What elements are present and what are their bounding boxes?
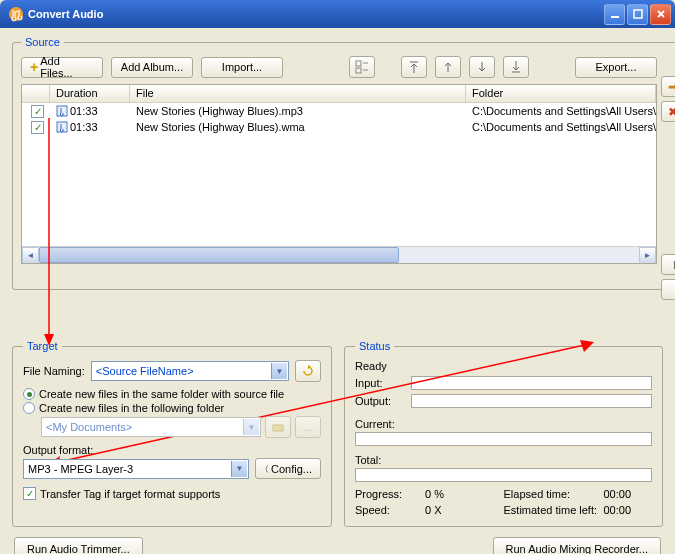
row-checkbox[interactable] [31, 105, 44, 118]
svg-rect-2 [634, 10, 642, 18]
move-top-button[interactable] [401, 56, 427, 78]
file-naming-label: File Naming: [23, 365, 85, 377]
svg-rect-4 [356, 68, 361, 73]
svg-rect-5 [57, 106, 67, 116]
run-audio-mixing-recorder-button[interactable]: Run Audio Mixing Recorder... [493, 537, 661, 554]
status-ready: Ready [355, 360, 652, 372]
open-folder-button[interactable]: ... [295, 416, 321, 438]
elapsed-label: Elapsed time: [504, 488, 604, 500]
following-folder-radio[interactable]: Create new files in the following folder [23, 402, 321, 414]
chevron-down-icon: ▼ [231, 461, 247, 477]
input-value-box [411, 376, 652, 390]
chevron-down-icon: ▼ [243, 419, 259, 435]
total-progress [355, 468, 652, 482]
row-checkbox[interactable] [31, 121, 44, 134]
scroll-right-button[interactable]: ► [639, 247, 656, 264]
source-toolbar: +Add Files... Add Album... Import... Exp… [21, 56, 657, 78]
svg-rect-13 [273, 425, 283, 431]
minimize-button[interactable] [604, 4, 625, 25]
current-label: Current: [355, 418, 395, 430]
estimated-label: Estimated time left: [504, 504, 604, 516]
move-up-button[interactable] [435, 56, 461, 78]
svg-rect-1 [611, 16, 619, 18]
speed-label: Speed: [355, 504, 425, 516]
start-arrow-icon: ➡ [668, 80, 675, 94]
add-files-button[interactable]: +Add Files... [21, 57, 103, 78]
config-button[interactable]: Config... [255, 458, 321, 479]
source-legend: Source [21, 36, 64, 48]
ellipsis-icon: ... [303, 421, 312, 433]
scroll-thumb[interactable] [39, 247, 399, 263]
folder-icon [272, 421, 284, 433]
check-all-button[interactable] [349, 56, 375, 78]
total-label: Total: [355, 454, 381, 466]
table-header: Duration File Folder [22, 85, 656, 103]
table-row[interactable]: 01:33 New Stories (Highway Blues).wma C:… [22, 119, 656, 135]
target-group: Target File Naming: <Source FileName>▼ C… [12, 340, 332, 527]
start-button[interactable]: ➡Start [661, 76, 675, 97]
output-label: Output: [355, 395, 407, 407]
add-album-button[interactable]: Add Album... [111, 57, 193, 78]
svg-point-14 [266, 465, 268, 473]
arrow-down-icon [477, 61, 487, 73]
radio-icon [23, 388, 35, 400]
close-cross-icon: ✖ [668, 105, 675, 119]
speed-value: 0 X [425, 504, 495, 516]
scroll-track[interactable] [39, 247, 639, 263]
arrow-up-icon [443, 61, 453, 73]
column-folder[interactable]: Folder [466, 85, 656, 102]
move-down-button[interactable] [469, 56, 495, 78]
output-format-label: Output format: [23, 444, 93, 456]
maximize-button[interactable] [627, 4, 648, 25]
audio-file-icon [56, 121, 68, 133]
file-naming-refresh-button[interactable] [295, 360, 321, 382]
output-format-combo[interactable]: MP3 - MPEG Layer-3▼ [23, 459, 249, 479]
browse-folder-button[interactable] [265, 416, 291, 438]
gear-icon [264, 463, 268, 475]
column-checkbox[interactable] [22, 85, 50, 102]
svg-rect-6 [57, 122, 67, 132]
table-row[interactable]: 01:33 New Stories (Highway Blues).mp3 C:… [22, 103, 656, 119]
checkbox-icon [23, 487, 36, 500]
app-icon [8, 6, 24, 22]
status-legend: Status [355, 340, 394, 352]
scroll-left-button[interactable]: ◄ [22, 247, 39, 264]
transfer-tag-checkbox[interactable]: Transfer Tag if target format supports [23, 487, 321, 500]
target-legend: Target [23, 340, 62, 352]
current-progress [355, 432, 652, 446]
estimated-value: 00:00 [604, 504, 632, 516]
progress-value: 0 % [425, 488, 495, 500]
column-duration[interactable]: Duration [50, 85, 130, 102]
import-button[interactable]: Import... [201, 57, 283, 78]
close-button[interactable]: ✖Close [661, 101, 675, 122]
arrow-bottom-icon [511, 61, 521, 73]
export-button[interactable]: Export... [575, 57, 657, 78]
window-close-button[interactable] [650, 4, 671, 25]
elapsed-value: 00:00 [604, 488, 632, 500]
checklist-icon [355, 60, 369, 74]
arrow-top-icon [409, 61, 419, 73]
source-group: Source +Add Files... Add Album... Import… [12, 36, 675, 290]
run-audio-trimmer-button[interactable]: Run Audio Trimmer... [14, 537, 143, 554]
svg-rect-3 [356, 61, 361, 66]
file-list: Duration File Folder 01:33 New Stories (… [21, 84, 657, 264]
table-body: 01:33 New Stories (Highway Blues).mp3 C:… [22, 103, 656, 245]
input-label: Input: [355, 377, 407, 389]
clear-button[interactable]: Clear [661, 279, 675, 300]
column-file[interactable]: File [130, 85, 466, 102]
plus-icon: + [30, 59, 38, 75]
chevron-down-icon: ▼ [271, 363, 287, 379]
output-value-box [411, 394, 652, 408]
file-naming-combo[interactable]: <Source FileName>▼ [91, 361, 289, 381]
title-bar: Convert Audio [0, 0, 675, 28]
status-group: Status Ready Input: Output: Current: Tot… [344, 340, 663, 527]
move-bottom-button[interactable] [503, 56, 529, 78]
refresh-icon [302, 365, 314, 377]
radio-icon [23, 402, 35, 414]
horizontal-scrollbar[interactable]: ◄ ► [22, 246, 656, 263]
remove-button[interactable]: Remove [661, 254, 675, 275]
output-folder-combo[interactable]: <My Documents>▼ [41, 417, 261, 437]
audio-file-icon [56, 105, 68, 117]
same-folder-radio[interactable]: Create new files in the same folder with… [23, 388, 321, 400]
window-title: Convert Audio [28, 8, 103, 20]
